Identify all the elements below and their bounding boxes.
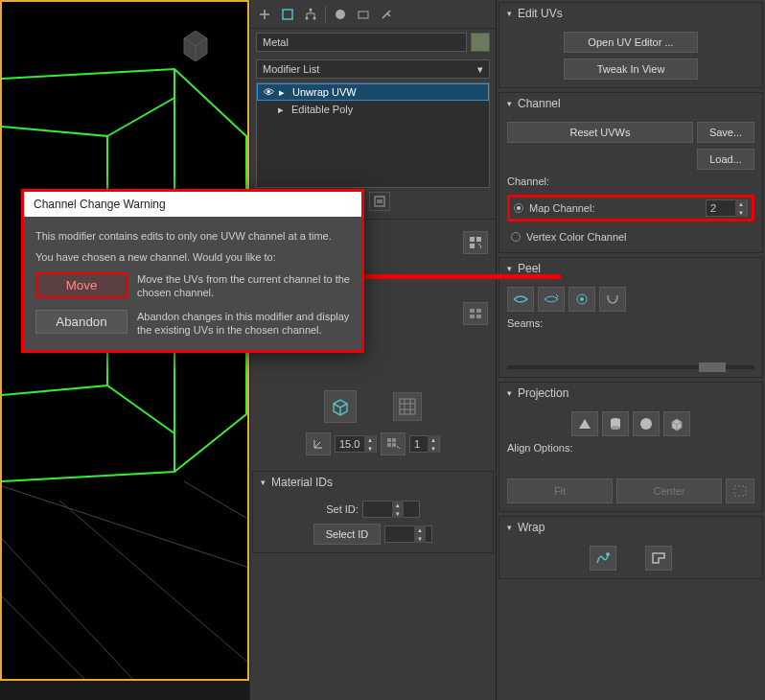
peel-reset-icon[interactable] bbox=[538, 287, 565, 312]
center-button[interactable]: Center bbox=[616, 478, 722, 503]
align-options-label: Align Options: bbox=[507, 442, 754, 454]
modifier-stack[interactable]: 👁 ▸ Unwrap UVW ▸ Editable Poly bbox=[256, 82, 490, 188]
svg-rect-21 bbox=[476, 237, 481, 242]
vertex-color-label: Vertex Color Channel bbox=[526, 231, 627, 243]
select-id-spinner[interactable]: ▲▼ bbox=[384, 525, 432, 543]
utilities-icon[interactable] bbox=[376, 4, 397, 25]
viewcube[interactable] bbox=[173, 21, 219, 67]
open-uv-editor-button[interactable]: Open UV Editor ... bbox=[564, 32, 698, 53]
svg-rect-10 bbox=[359, 12, 368, 18]
relax-icon[interactable] bbox=[599, 287, 626, 312]
angle-icon[interactable] bbox=[306, 432, 331, 455]
reset-uvws-button[interactable]: Reset UVWs bbox=[507, 122, 693, 143]
svg-point-35 bbox=[580, 297, 584, 301]
peel-quick-icon[interactable] bbox=[507, 287, 534, 312]
visibility-icon[interactable]: 👁 bbox=[262, 86, 275, 98]
grid-tool-icon[interactable] bbox=[393, 392, 422, 421]
tweak-in-view-button[interactable]: Tweak In View bbox=[564, 58, 698, 80]
motion-icon[interactable] bbox=[330, 4, 351, 25]
fit-button[interactable]: Fit bbox=[507, 478, 613, 503]
options-icon[interactable] bbox=[463, 302, 488, 325]
move-button[interactable]: Move bbox=[35, 272, 128, 298]
dialog-title: Channel Change Warning bbox=[24, 192, 361, 217]
abandon-button[interactable]: Abandon bbox=[35, 310, 128, 334]
cylindrical-map-icon[interactable] bbox=[602, 411, 629, 436]
svg-point-6 bbox=[310, 8, 313, 11]
expand-icon[interactable]: ▸ bbox=[278, 104, 288, 116]
svg-point-39 bbox=[640, 418, 652, 430]
stack-item-epoly[interactable]: ▸ Editable Poly bbox=[257, 101, 489, 118]
map-channel-row: Map Channel: ▲▼ bbox=[507, 195, 754, 222]
object-color-swatch[interactable] bbox=[471, 33, 490, 52]
count-spinner[interactable]: ▲▼ bbox=[409, 435, 440, 453]
svg-rect-30 bbox=[387, 438, 391, 442]
svg-line-1 bbox=[2, 596, 88, 681]
seams-label: Seams: bbox=[507, 317, 754, 329]
seams-slider[interactable] bbox=[507, 365, 754, 369]
svg-rect-28 bbox=[476, 315, 481, 318]
material-ids-rollout: Material IDs Set ID: ▲▼ Select ID ▲▼ bbox=[252, 471, 494, 553]
svg-line-4 bbox=[184, 481, 249, 520]
modify-icon[interactable] bbox=[277, 4, 298, 25]
svg-rect-32 bbox=[387, 443, 391, 447]
map-channel-spinner[interactable]: ▲▼ bbox=[706, 199, 748, 217]
svg-rect-25 bbox=[470, 309, 475, 313]
annotation-line bbox=[345, 274, 561, 279]
map-channel-radio[interactable] bbox=[514, 203, 523, 213]
svg-rect-20 bbox=[470, 237, 475, 242]
channel-label: Channel: bbox=[507, 175, 754, 187]
rollout-header[interactable]: Wrap bbox=[499, 517, 762, 538]
configure-sets-icon[interactable] bbox=[369, 192, 390, 211]
svg-rect-29 bbox=[400, 399, 415, 414]
unfold-map-icon[interactable] bbox=[645, 546, 672, 571]
spherical-map-icon[interactable] bbox=[633, 411, 660, 436]
rollout-header[interactable]: Material IDs bbox=[253, 472, 493, 493]
angle-spinner[interactable]: ▲▼ bbox=[335, 435, 377, 453]
svg-line-0 bbox=[2, 539, 136, 681]
move-description: Move the UVs from the current channel to… bbox=[137, 272, 350, 300]
svg-rect-5 bbox=[283, 10, 292, 19]
load-button[interactable]: Load... bbox=[697, 149, 754, 170]
rollout-header[interactable]: Channel bbox=[499, 93, 762, 114]
set-id-spinner[interactable]: ▲▼ bbox=[362, 501, 420, 518]
svg-rect-31 bbox=[392, 438, 396, 442]
svg-rect-27 bbox=[470, 315, 475, 318]
select-id-button[interactable]: Select ID bbox=[313, 524, 381, 545]
svg-point-7 bbox=[306, 16, 309, 19]
vertex-color-radio[interactable] bbox=[511, 232, 521, 242]
rollout-header[interactable]: Edit UVs bbox=[499, 3, 762, 24]
hierarchy-icon[interactable] bbox=[300, 4, 321, 25]
stack-item-label: Editable Poly bbox=[291, 104, 353, 115]
svg-rect-22 bbox=[470, 244, 475, 248]
svg-line-2 bbox=[59, 501, 249, 664]
set-id-label: Set ID: bbox=[326, 503, 359, 515]
modifier-list-dropdown[interactable]: Modifier List bbox=[256, 59, 490, 79]
channel-change-warning-dialog: Channel Change Warning This modifier con… bbox=[21, 189, 364, 353]
svg-rect-40 bbox=[734, 486, 746, 496]
spline-map-icon[interactable] bbox=[590, 546, 616, 571]
main-toolbar bbox=[250, 0, 496, 29]
box-map-icon[interactable] bbox=[663, 411, 690, 436]
svg-point-38 bbox=[611, 426, 620, 430]
stack-item-label: Unwrap UVW bbox=[292, 86, 357, 98]
create-icon[interactable] bbox=[254, 4, 275, 25]
object-name-input[interactable] bbox=[256, 33, 467, 52]
svg-point-41 bbox=[606, 552, 610, 556]
cube-tool-icon[interactable] bbox=[324, 390, 357, 423]
svg-point-9 bbox=[336, 10, 345, 19]
save-button[interactable]: Save... bbox=[697, 122, 754, 143]
edit-uvs-rollout: Edit UVs Open UV Editor ... Tweak In Vie… bbox=[498, 2, 763, 88]
channel-rollout: Channel Reset UVWs Save... Load... Chann… bbox=[498, 92, 763, 253]
map-channel-label: Map Channel: bbox=[529, 202, 595, 214]
planar-icon[interactable] bbox=[381, 432, 406, 455]
stack-item-unwrap[interactable]: 👁 ▸ Unwrap UVW bbox=[257, 83, 489, 101]
pelt-icon[interactable] bbox=[568, 287, 595, 312]
rollout-header[interactable]: Projection bbox=[499, 383, 762, 404]
planar-map-icon[interactable] bbox=[571, 411, 598, 436]
display-icon[interactable] bbox=[353, 4, 374, 25]
svg-point-8 bbox=[313, 16, 316, 19]
expand-icon[interactable]: ▸ bbox=[279, 86, 289, 99]
wrap-rollout: Wrap bbox=[498, 516, 763, 579]
align-extra-icon[interactable] bbox=[726, 478, 754, 503]
select-by-element-icon[interactable] bbox=[463, 231, 488, 254]
